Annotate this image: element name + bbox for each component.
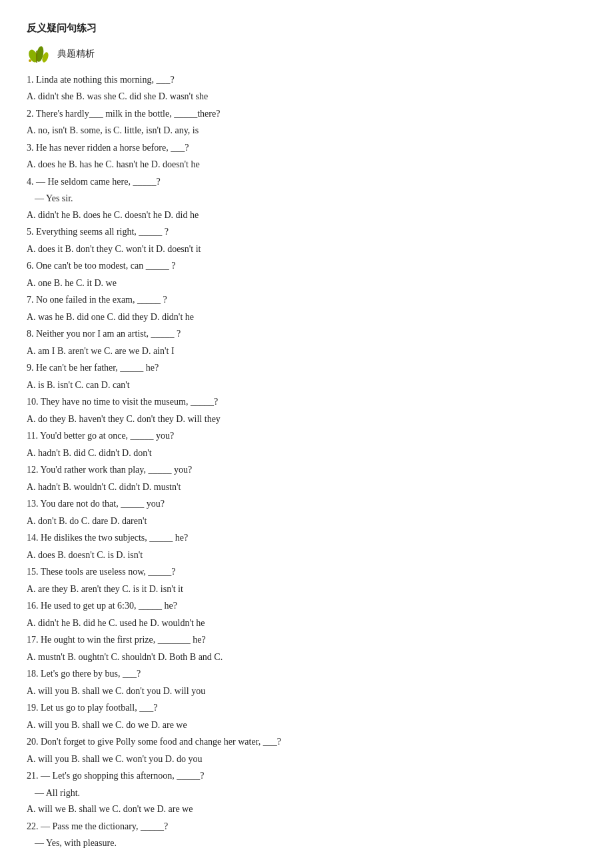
content-area: 1. Linda ate nothing this morning, ___?A…: [27, 72, 586, 852]
question-line-17: 17. He ought to win the first prize, ___…: [27, 632, 586, 649]
answer-line-12: A. hadn't B. wouldn't C. didn't D. mustn…: [27, 479, 586, 496]
question-mid-4: — Yes sir.: [27, 191, 586, 207]
question-mid-21: — All right.: [27, 785, 586, 802]
answer-line-11: A. hadn't B. did C. didn't D. don't: [27, 445, 586, 462]
answer-line-4: A. didn't he B. does he C. doesn't he D.…: [27, 207, 586, 224]
answer-line-20: A. will you B. shall we C. won't you D. …: [27, 751, 586, 768]
question-line-6: 6. One can't be too modest, can _____ ?: [27, 258, 586, 275]
answer-line-2: A. no, isn't B. some, is C. little, isn'…: [27, 123, 586, 139]
question-mid-22: — Yes, with pleasure.: [27, 835, 586, 852]
question-line-3: 3. He has never ridden a horse before, _…: [27, 140, 586, 157]
question-line-15: 15. These tools are useless now, _____?: [27, 564, 586, 581]
answer-line-8: A. am I B. aren't we C. are we D. ain't …: [27, 343, 586, 360]
answer-line-14: A. does B. doesn't C. is D. isn't: [27, 547, 586, 564]
question-line-1: 1. Linda ate nothing this morning, ___?: [27, 72, 586, 89]
question-line-21: 21. — Let's go shopping this afternoon, …: [27, 768, 586, 785]
question-line-8: 8. Neither you nor I am an artist, _____…: [27, 326, 586, 343]
logo-label: 典题精析: [57, 46, 95, 62]
svg-point-4: [29, 59, 31, 62]
question-line-11: 11. You'd better go at once, _____ you?: [27, 428, 586, 445]
question-line-2: 2. There's hardly___ milk in the bottle,…: [27, 106, 586, 123]
question-line-12: 12. You'd rather work than play, _____ y…: [27, 462, 586, 479]
question-line-9: 9. He can't be her father, _____ he?: [27, 360, 586, 377]
logo-area: 典题精析: [27, 44, 586, 64]
answer-line-9: A. is B. isn't C. can D. can't: [27, 377, 586, 394]
answer-line-21: A. will we B. shall we C. don't we D. ar…: [27, 801, 586, 818]
answer-line-13: A. don't B. do C. dare D. daren't: [27, 513, 586, 530]
answer-line-3: A. does he B. has he C. hasn't he D. doe…: [27, 157, 586, 173]
question-line-13: 13. You dare not do that, _____ you?: [27, 496, 586, 513]
page-title: 反义疑问句练习: [27, 20, 586, 37]
answer-line-6: A. one B. he C. it D. we: [27, 275, 586, 292]
question-line-19: 19. Let us go to play football, ___?: [27, 700, 586, 717]
question-line-16: 16. He used to get up at 6:30, _____ he?: [27, 598, 586, 615]
question-line-10: 10. They have no time to visit the museu…: [27, 394, 586, 411]
answer-line-17: A. mustn't B. oughtn't C. shouldn't D. B…: [27, 649, 586, 666]
answer-line-5: A. does it B. don't they C. won't it D. …: [27, 241, 586, 258]
answer-line-18: A. will you B. shall we C. don't you D. …: [27, 683, 586, 700]
answer-line-15: A. are they B. aren't they C. is it D. i…: [27, 581, 586, 598]
answer-line-10: A. do they B. haven't they C. don't they…: [27, 411, 586, 428]
answer-line-7: A. was he B. did one C. did they D. didn…: [27, 309, 586, 326]
question-line-20: 20. Don't forget to give Polly some food…: [27, 734, 586, 751]
question-line-5: 5. Everything seems all right, _____ ?: [27, 224, 586, 241]
question-line-4: 4. — He seldom came here, _____?: [27, 174, 586, 191]
question-line-7: 7. No one failed in the exam, _____ ?: [27, 292, 586, 309]
question-line-22: 22. — Pass me the dictionary, _____?: [27, 819, 586, 835]
answer-line-1: A. didn't she B. was she C. did she D. w…: [27, 89, 586, 105]
question-line-18: 18. Let's go there by bus, ___?: [27, 666, 586, 683]
answer-line-16: A. didn't he B. did he C. used he D. wou…: [27, 615, 586, 632]
logo-icon: [27, 44, 53, 64]
question-line-14: 14. He dislikes the two subjects, _____ …: [27, 530, 586, 547]
answer-line-19: A. will you B. shall we C. do we D. are …: [27, 717, 586, 734]
